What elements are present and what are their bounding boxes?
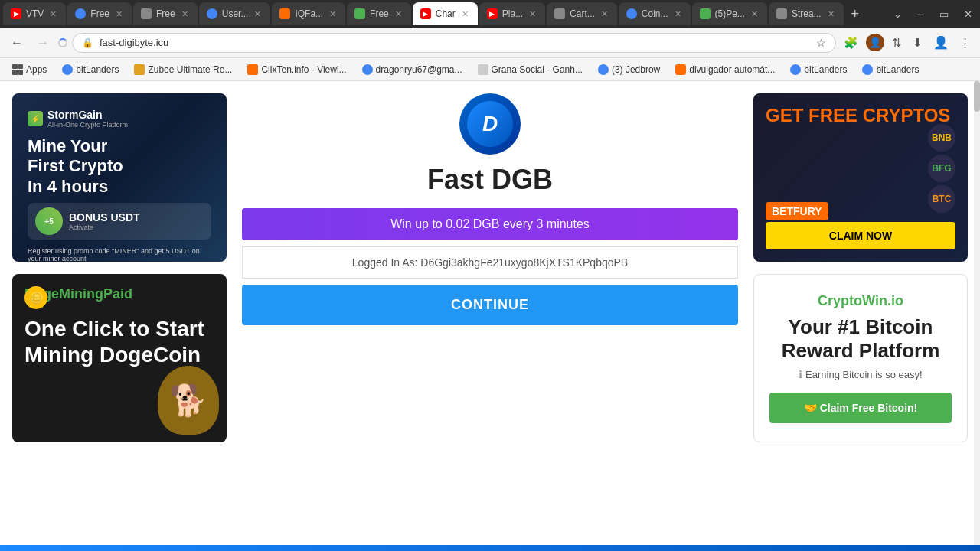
tab-favicon-strea: [776, 8, 787, 19]
tab-favicon-5pe: [700, 8, 710, 19]
tab-close-free2[interactable]: ✕: [180, 8, 190, 21]
back-button[interactable]: ←: [6, 33, 28, 53]
betfury-ad[interactable]: GET FREE CRYPTOS BNB BFG BTC BETFURY CLA…: [753, 93, 968, 262]
scrollbar[interactable]: [974, 81, 980, 551]
bookmark-jedbrow[interactable]: (3) Jedbrow: [592, 63, 666, 77]
dogemining-dog-icon: 🐕: [158, 366, 219, 435]
tab-label-char: Char: [436, 8, 456, 19]
dogemining-coin-icon: 🪙: [24, 286, 47, 309]
profile-button[interactable]: 👤: [866, 34, 884, 51]
tab-favicon-free2: [141, 8, 152, 19]
tab-label-strea: Strea...: [792, 8, 822, 19]
bookmark-favicon-jedbrow: [598, 64, 609, 75]
new-tab-button[interactable]: +: [845, 6, 866, 22]
tab-close-coin[interactable]: ✕: [673, 8, 683, 21]
profile-avatar-button[interactable]: 👤: [930, 32, 952, 53]
bookmark-label-grana: Grana Social - Ganh...: [492, 64, 583, 75]
bookmark-favicon-bitlanders3: [862, 64, 873, 75]
maximize-button[interactable]: ▭: [935, 5, 953, 23]
stormgain-logo-icon: ⚡: [28, 111, 43, 126]
bookmark-dragon[interactable]: dragonryu67@gma...: [356, 63, 469, 77]
tab-free1[interactable]: Free ✕: [67, 2, 132, 25]
browser-chrome: ▶ VTV ✕ Free ✕ Free ✕ User... ✕ IQFa... …: [0, 0, 980, 81]
bookmark-label-zubee: Zubee Ultimate Re...: [148, 64, 232, 75]
bookmark-divulgador[interactable]: divulgador automát...: [669, 63, 781, 77]
betfury-headline: GET FREE CRYPTOS: [766, 106, 956, 126]
lock-icon: 🔒: [82, 37, 93, 48]
tab-coin[interactable]: Coin... ✕: [619, 2, 691, 25]
bookmark-favicon-grana: [478, 64, 488, 75]
forward-button[interactable]: →: [32, 33, 54, 53]
tab-5pe[interactable]: (5)Pe... ✕: [692, 2, 767, 25]
tab-strea[interactable]: Strea... ✕: [769, 2, 844, 25]
cryptowin-headline: Your #1 Bitcoin Reward Platform: [782, 315, 940, 363]
menu-button[interactable]: ⋮: [956, 33, 974, 53]
bookmark-label-bitlanders1: bitLanders: [76, 64, 119, 75]
download-button[interactable]: ⬇: [910, 33, 926, 53]
tab-close-free1[interactable]: ✕: [114, 8, 124, 21]
tab-list-button[interactable]: ⌄: [889, 5, 906, 23]
tab-iqfa[interactable]: IQFa... ✕: [272, 2, 345, 25]
scrollbar-thumb[interactable]: [974, 81, 980, 112]
site-title: Fast DGB: [427, 164, 553, 196]
stormgain-bonus: +5 BONUS USDT Activate: [28, 203, 211, 240]
cryptowin-sub-text: Earning Bitcoin is so easy!: [805, 369, 922, 380]
cryptowin-headline-1: Your #1 Bitcoin: [782, 315, 940, 339]
apps-label: Apps: [26, 64, 47, 75]
tab-pla[interactable]: ▶ Pla... ✕: [479, 2, 545, 25]
tab-free3[interactable]: Free ✕: [347, 2, 411, 25]
tab-users[interactable]: User... ✕: [199, 2, 271, 25]
tab-label-iqfa: IQFa...: [295, 8, 323, 19]
bookmark-favicon-dragon: [362, 64, 373, 75]
tab-label-users: User...: [222, 8, 249, 19]
tab-free2[interactable]: Free ✕: [133, 2, 198, 25]
tab-close-pla[interactable]: ✕: [528, 8, 537, 21]
main-layout: ⚡ StormGain All-in-One Crypto Platform M…: [0, 81, 980, 543]
tab-label-pla: Pla...: [502, 8, 523, 19]
bookmark-zubee[interactable]: Zubee Ultimate Re...: [128, 63, 238, 77]
tab-favicon-coin: [626, 8, 637, 19]
bookmark-bitlanders2[interactable]: bitLanders: [784, 63, 853, 77]
bookmark-bitlanders3[interactable]: bitLanders: [856, 63, 925, 77]
tab-close-5pe[interactable]: ✕: [750, 8, 760, 21]
stormgain-brand: StormGain: [47, 109, 128, 121]
dogemining-headline: One Click to Start Mining DogeCoin: [24, 316, 214, 367]
cryptowin-headline-2: Reward Platform: [782, 339, 940, 363]
tab-close-iqfa[interactable]: ✕: [328, 8, 338, 21]
dgb-letter: D: [482, 112, 498, 136]
cryptowin-sub: ℹ Earning Bitcoin is so easy!: [799, 369, 922, 380]
cryptowin-ad[interactable]: CryptoWin.io Your #1 Bitcoin Reward Plat…: [753, 274, 968, 442]
stormgain-ad[interactable]: ⚡ StormGain All-in-One Crypto Platform M…: [12, 93, 227, 262]
bookmark-grana[interactable]: Grana Social - Ganh...: [472, 63, 589, 77]
bookmark-label-divulgador: divulgador automát...: [689, 64, 775, 75]
continue-button[interactable]: CONTINUE: [242, 285, 738, 325]
address-bar[interactable]: 🔒 fast-digibyte.icu ☆: [72, 33, 836, 53]
dogemining-ad[interactable]: 🪙 DogeMiningPaid One Click to Start Mini…: [12, 274, 227, 442]
tab-close-char[interactable]: ✕: [460, 8, 470, 21]
apps-button[interactable]: Apps: [6, 63, 53, 77]
tab-label-cart: Cart...: [570, 8, 595, 19]
bookmark-star-icon[interactable]: ☆: [816, 37, 826, 49]
betfury-cta-button[interactable]: CLAIM NOW: [766, 222, 956, 249]
tab-char[interactable]: ▶ Char ✕: [413, 2, 478, 25]
tab-label-5pe: (5)Pe...: [715, 8, 745, 19]
close-button[interactable]: ✕: [959, 5, 977, 23]
bookmark-bitlanders1[interactable]: bitLanders: [56, 63, 125, 77]
stormgain-headline-1: Mine Your: [28, 136, 211, 156]
tab-cart[interactable]: Cart... ✕: [547, 2, 617, 25]
extensions-button[interactable]: 🧩: [841, 33, 861, 53]
sync-button[interactable]: ⇅: [889, 33, 905, 53]
tab-end-controls: ⌄ ─ ▭ ✕: [889, 5, 977, 23]
tab-vtv[interactable]: ▶ VTV ✕: [3, 2, 66, 25]
center-content: D Fast DGB Win up to 0.02 DGB every 3 mi…: [227, 93, 753, 531]
tab-close-free3[interactable]: ✕: [394, 8, 403, 21]
tab-close-users[interactable]: ✕: [253, 8, 263, 21]
tab-close-strea[interactable]: ✕: [826, 8, 836, 21]
cryptowin-cta-button[interactable]: 🤝 Claim Free Bitcoin!: [769, 393, 952, 423]
minimize-button[interactable]: ─: [913, 5, 929, 23]
tab-close-vtv[interactable]: ✕: [48, 8, 58, 21]
stormgain-tagline: All-in-One Crypto Platform: [47, 121, 128, 129]
bookmark-label-bitlanders3: bitLanders: [876, 64, 919, 75]
tab-close-cart[interactable]: ✕: [599, 8, 609, 21]
bookmark-clixten[interactable]: ClixTen.info - Viewi...: [241, 63, 352, 77]
